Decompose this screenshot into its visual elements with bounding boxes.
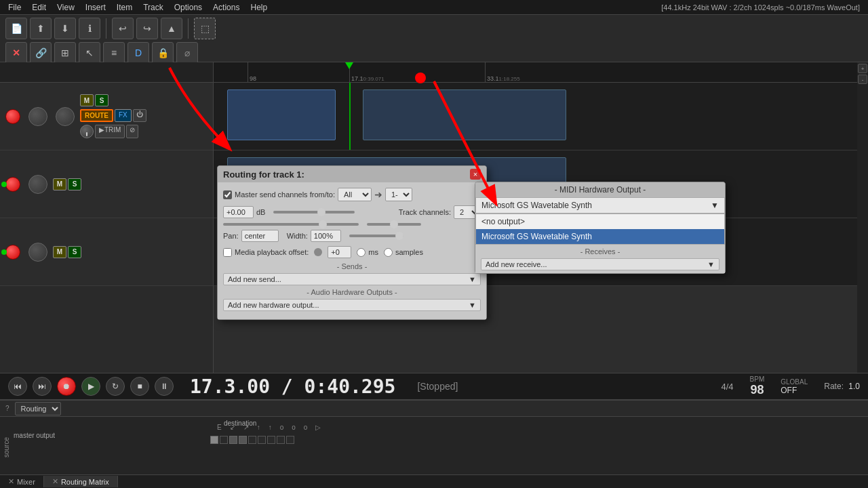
master-send-checkbox[interactable] (223, 190, 232, 199)
add-receive-btn[interactable]: Add new receive... ▼ (481, 258, 719, 270)
offset-input[interactable] (328, 246, 351, 258)
track-2-controls: 2 M S (0, 150, 213, 218)
routing-select[interactable]: Routing (15, 402, 61, 415)
source-label: source (3, 437, 10, 458)
routing-cell-4[interactable] (239, 436, 247, 444)
stop-btn[interactable]: ■ (130, 377, 149, 396)
skip-back-btn[interactable]: ⏮ (8, 377, 27, 396)
playhead-marker (345, 62, 353, 69)
repeat-btn[interactable]: ↻ (106, 377, 125, 396)
x-button[interactable]: ✕ (5, 42, 27, 64)
track-3-volume-knob[interactable] (28, 243, 47, 262)
track-2-solo-btn[interactable]: S (68, 178, 81, 190)
scroll-down-btn[interactable]: - (858, 75, 867, 84)
status-display: [Stopped] (417, 381, 458, 392)
track-2-active-dot (1, 182, 7, 187)
routing-cell-3[interactable] (229, 436, 237, 444)
undo-button[interactable]: ↩ (112, 18, 134, 39)
rate-display: Rate: 1.0 (824, 382, 860, 391)
media-offset-row: Media playback offset: ms samples (223, 246, 481, 258)
routing-cell-7[interactable] (267, 436, 275, 444)
link-button[interactable]: 🔗 (30, 42, 52, 64)
track-2-mute-btn[interactable]: M (53, 178, 66, 190)
midi-option-no-output[interactable]: <no output> (476, 214, 724, 229)
pan-input[interactable] (241, 230, 279, 242)
track-1-trim-btn[interactable]: ▶TRIM (95, 125, 125, 138)
skip-fwd-btn[interactable]: ⏭ (33, 377, 52, 396)
menu-track[interactable]: Track (138, 1, 169, 14)
pan-slider[interactable] (367, 223, 421, 226)
add-hw-output-btn[interactable]: Add new hardware output... ▼ (223, 299, 481, 311)
lock-button[interactable]: 🔒 (152, 42, 174, 64)
db-input[interactable] (223, 206, 254, 218)
pause-btn[interactable]: ⏸ (155, 377, 174, 396)
new-file-button[interactable]: 📄 (5, 18, 27, 39)
up-arrow-button[interactable]: ▲ (161, 18, 182, 39)
track-1-fx-btn[interactable]: FX (115, 109, 132, 122)
track-1-clip-1[interactable] (227, 89, 336, 140)
routing-cell-6[interactable] (258, 436, 266, 444)
routing-cell-2[interactable] (220, 436, 228, 444)
d-button[interactable]: D (127, 42, 149, 64)
add-send-btn[interactable]: Add new send... ▼ (223, 273, 481, 285)
play-btn[interactable]: ▶ (81, 377, 100, 396)
channels-from-select[interactable]: All (338, 188, 372, 201)
scroll-up-btn[interactable]: + (858, 64, 867, 73)
samples-radio[interactable] (384, 248, 393, 257)
routing-cell-8[interactable] (277, 436, 285, 444)
db-slider[interactable] (273, 211, 355, 214)
record-btn[interactable]: ⏺ (57, 377, 76, 396)
select-button[interactable]: ⬚ (194, 18, 216, 39)
routing-dialog-close-btn[interactable]: × (470, 169, 481, 180)
routing-cell-9[interactable] (286, 436, 294, 444)
grid-button[interactable]: ⊞ (54, 42, 76, 64)
menu-insert[interactable]: Insert (80, 1, 111, 14)
vol-slider[interactable] (223, 223, 359, 226)
channels-to-select[interactable]: 1-2 (385, 188, 412, 201)
menu-view[interactable]: View (52, 1, 80, 14)
lines-button[interactable]: ≡ (103, 42, 125, 64)
midi-option-wavetable[interactable]: Microsoft GS Wavetable Synth (476, 229, 724, 244)
timeline-ruler: 98 17.1 0:39.071 33.1 1:18.255 (214, 62, 868, 83)
track-1-controls: 1 M S ROUTE FX ⏻ ▶TRIM ⊘ (0, 83, 213, 150)
ms-radio[interactable] (357, 248, 366, 257)
track-1-route-btn[interactable]: ROUTE (80, 109, 113, 122)
arrow-left-button[interactable]: ↖ (79, 42, 100, 64)
menu-file[interactable]: File (3, 1, 26, 14)
download-button[interactable]: ⬇ (54, 18, 76, 39)
track-1-record-btn[interactable] (5, 109, 20, 124)
menu-edit[interactable]: Edit (26, 1, 52, 14)
track-1-volume-knob[interactable] (28, 107, 47, 126)
midi-selected-display[interactable]: Microsoft GS Wavetable Synth ▼ (475, 197, 725, 214)
routing-cell-5[interactable] (248, 436, 256, 444)
time-signature: 4/4 (722, 382, 734, 392)
track-1-small-knob[interactable] (80, 125, 94, 138)
track-2-volume-knob[interactable] (28, 175, 47, 194)
routing-cell-1[interactable] (210, 436, 218, 444)
track-1-solo-btn[interactable]: S (95, 94, 108, 106)
menu-item[interactable]: Item (111, 1, 138, 14)
upload-button[interactable]: ⬆ (30, 18, 52, 39)
tab-mixer[interactable]: ✕ Mixer (0, 476, 44, 487)
width-input[interactable] (311, 230, 341, 242)
track-1-power-btn[interactable]: ⏻ (133, 109, 146, 122)
slash-button[interactable]: ⌀ (176, 42, 198, 64)
track-3-solo-btn[interactable]: S (68, 246, 81, 258)
track-2-record-btn[interactable] (5, 177, 20, 192)
pan-label: Pan: (223, 232, 239, 240)
media-offset-checkbox[interactable] (223, 248, 232, 257)
master-output-label: master output (14, 432, 55, 439)
track-1-clip-2[interactable] (363, 89, 566, 140)
menu-options[interactable]: Options (169, 1, 208, 14)
width-slider[interactable] (349, 235, 403, 237)
track-3-mute-btn[interactable]: M (53, 246, 66, 258)
track-1-mute-btn[interactable]: M (80, 94, 94, 106)
track-3-record-btn[interactable] (5, 245, 20, 260)
redo-button[interactable]: ↪ (136, 18, 158, 39)
menu-actions[interactable]: Actions (208, 1, 245, 14)
info-button[interactable]: ℹ (79, 18, 100, 39)
tab-routing-matrix[interactable]: ✕ Routing Matrix (44, 476, 118, 487)
track-1-pan-knob[interactable] (56, 107, 75, 126)
menu-help[interactable]: Help (245, 1, 273, 14)
track-1-phase-btn[interactable]: ⊘ (126, 125, 138, 138)
